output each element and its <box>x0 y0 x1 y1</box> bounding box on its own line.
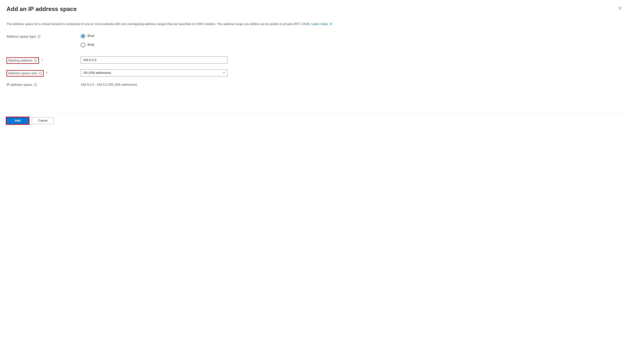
svg-rect-11 <box>35 85 36 85</box>
radio-dot <box>82 35 84 37</box>
svg-point-4 <box>36 60 36 60</box>
starting-address-row: Starting address * <box>6 57 624 64</box>
cancel-button[interactable]: Cancel <box>32 117 54 124</box>
address-space-type-label: Address space type <box>6 35 36 38</box>
ip-address-space-label: IP address space <box>6 83 32 87</box>
info-icon[interactable] <box>34 59 37 62</box>
radio-option-ipv4[interactable]: IPv4 <box>81 34 228 38</box>
address-space-size-label-col: Address space size * <box>6 69 81 77</box>
address-space-size-row: Address space size * /24 (256 addresses) <box>6 69 624 77</box>
required-indicator: * <box>42 59 43 62</box>
address-space-type-label-col: Address space type <box>6 34 81 38</box>
close-button[interactable] <box>617 5 624 11</box>
learn-more-link[interactable]: Learn more. <box>312 22 332 26</box>
svg-point-10 <box>35 84 36 84</box>
ip-address-space-row: IP address space 192.0.2.0 - 192.0.2.255… <box>6 82 624 87</box>
radio-option-ipv6[interactable]: IPv6 <box>81 43 228 47</box>
address-space-size-input-col: /24 (256 addresses) <box>81 69 228 76</box>
starting-address-label-col: Starting address * <box>6 57 81 64</box>
ip-address-space-label-col: IP address space <box>6 82 81 87</box>
address-space-size-dropdown[interactable]: /24 (256 addresses) <box>81 69 228 76</box>
address-space-size-dropdown-wrapper: /24 (256 addresses) <box>81 69 228 76</box>
ip-address-space-value-col: 192.0.2.0 - 192.0.2.255 (256 addresses) <box>81 82 228 87</box>
address-space-type-row: Address space type IPv4 IPv6 <box>6 34 624 47</box>
svg-point-7 <box>40 72 40 73</box>
address-space-type-radio-group: IPv4 IPv6 <box>81 34 228 47</box>
info-icon[interactable] <box>37 35 41 38</box>
starting-address-input-col <box>81 57 228 64</box>
starting-address-label-highlight: Starting address <box>6 57 39 64</box>
learn-more-text: Learn more. <box>312 22 328 26</box>
radio-circle-unchecked <box>81 43 85 47</box>
info-icon[interactable] <box>38 72 42 75</box>
starting-address-input[interactable] <box>81 57 228 64</box>
info-icon[interactable] <box>34 83 37 86</box>
svg-point-1 <box>39 36 39 36</box>
description-body: The address space for a virtual network … <box>6 22 312 26</box>
external-link-icon <box>330 22 332 26</box>
radio-label-ipv4: IPv4 <box>88 34 94 38</box>
add-button[interactable]: Add <box>6 117 29 124</box>
required-indicator: * <box>46 72 47 75</box>
description-text: The address space for a virtual network … <box>6 22 624 26</box>
svg-rect-5 <box>36 60 36 61</box>
radio-circle-checked <box>81 34 85 38</box>
ip-address-space-value: 192.0.2.0 - 192.0.2.255 (256 addresses) <box>81 82 228 87</box>
address-space-size-label-highlight: Address space size <box>6 70 44 77</box>
panel-header: Add an IP address space <box>6 5 624 12</box>
starting-address-label: Starting address <box>8 59 32 62</box>
address-space-size-value: /24 (256 addresses) <box>83 71 111 75</box>
svg-rect-2 <box>39 36 39 37</box>
address-space-size-label: Address space size <box>8 71 37 75</box>
footer-buttons: Add Cancel <box>6 117 624 124</box>
radio-label-ipv6: IPv6 <box>88 43 94 47</box>
panel-title: Add an IP address space <box>6 5 77 12</box>
svg-rect-8 <box>40 73 40 74</box>
close-icon <box>618 6 622 11</box>
address-space-type-input-col: IPv4 IPv6 <box>81 34 228 47</box>
